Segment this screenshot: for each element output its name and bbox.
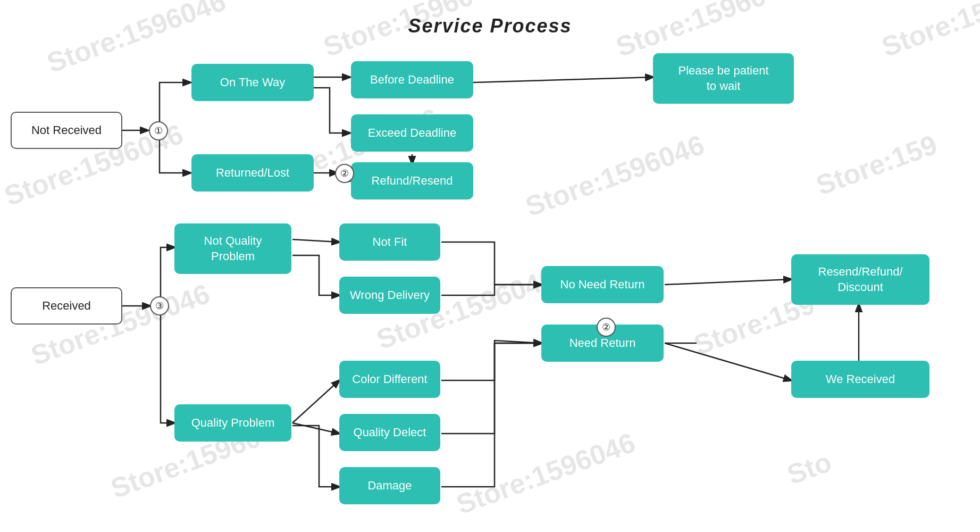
node-quality-problem: Quality Problem (174, 404, 291, 442)
node-quality-defect: Quality Delect (339, 414, 440, 451)
watermark-8: Store:159 (812, 128, 941, 201)
node-please-be-patient: Please be patientto wait (653, 53, 794, 104)
node-not-received: Not Received (11, 112, 122, 149)
svg-line-13 (665, 343, 791, 380)
node-returned-lost: Returned/Lost (191, 154, 314, 192)
node-no-need-return: No Need Return (541, 266, 664, 303)
svg-line-3 (473, 77, 653, 82)
node-exceed-deadline: Exceed Deadline (351, 114, 473, 152)
watermark-14: Sto (783, 445, 835, 491)
circle-1: ① (149, 121, 168, 140)
node-we-received: We Received (791, 361, 929, 398)
svg-line-8 (292, 239, 339, 242)
circle-3: ③ (150, 296, 169, 315)
circle-2-bottom: ② (597, 318, 616, 337)
svg-line-11 (665, 279, 791, 285)
node-color-different: Color Different (339, 361, 440, 398)
svg-line-9 (292, 380, 339, 423)
watermark-4: Store:1596046 (877, 0, 980, 63)
svg-line-10 (292, 423, 339, 434)
node-received: Received (11, 287, 122, 325)
node-on-the-way: On The Way (191, 64, 314, 101)
node-before-deadline: Before Deadline (351, 61, 473, 98)
node-not-fit: Not Fit (339, 223, 440, 261)
node-damage: Damage (339, 467, 440, 504)
page-title: Service Process (408, 15, 572, 37)
watermark-7: Store:1596046 (521, 128, 708, 222)
node-refund-resend-top: Refund/Resend (351, 162, 473, 200)
circle-2-top: ② (335, 164, 354, 183)
watermark-13: Store:1596046 (452, 426, 639, 520)
node-not-quality-problem: Not QualityProblem (174, 223, 291, 274)
node-resend-refund-discount: Resend/Refund/Discount (791, 254, 929, 305)
node-wrong-delivery: Wrong Delivery (339, 277, 440, 314)
